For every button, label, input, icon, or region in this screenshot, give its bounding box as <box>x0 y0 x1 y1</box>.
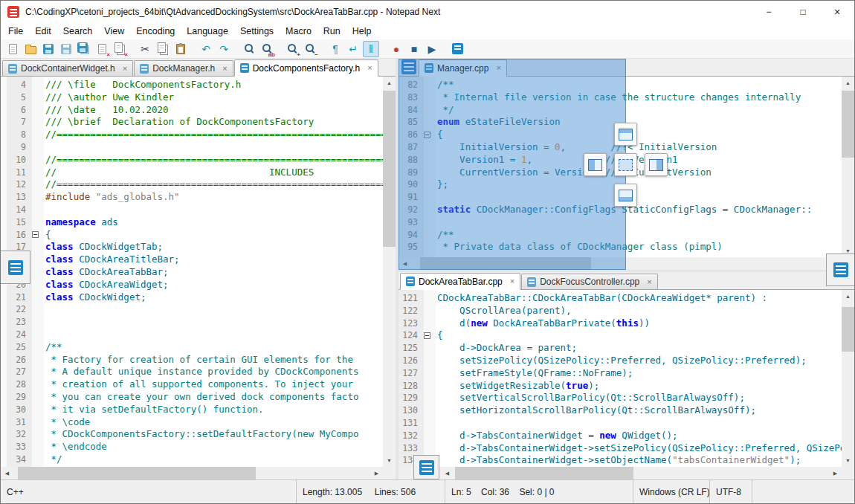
show-all-characters-button[interactable]: ¶ <box>327 41 343 57</box>
code-line[interactable]: 18class CDockAreaTitleBar; <box>7 253 383 266</box>
left-horizontal-scrollbar[interactable]: ◀ ▶ <box>1 467 383 479</box>
save-copy-button[interactable] <box>58 41 74 57</box>
scroll-up-arrow-icon[interactable]: ▲ <box>842 290 854 303</box>
menu-item-edit[interactable]: Edit <box>29 23 57 39</box>
bottom-right-horizontal-scrollbar[interactable]: ◀ ▶ <box>441 467 842 479</box>
top-right-vertical-scrollbar[interactable]: ▲ ▼ <box>842 77 854 257</box>
tab-close-icon[interactable]: × <box>510 277 514 285</box>
code-line[interactable]: 123 d(new DockAreaTabBarPrivate(this)) <box>399 317 842 330</box>
scroll-thumb[interactable] <box>842 307 854 352</box>
scroll-up-arrow-icon[interactable]: ▲ <box>383 77 396 89</box>
code-line[interactable]: 30 * it via setDefaultFactory() function… <box>7 404 383 416</box>
scroll-right-arrow-icon[interactable]: ▶ <box>370 467 383 479</box>
code-line[interactable]: 24 <box>7 329 383 341</box>
code-line[interactable]: 21class CDockWidget; <box>7 291 383 304</box>
cut-button[interactable]: ✂ <box>137 41 153 57</box>
scroll-down-arrow-icon[interactable]: ▼ <box>383 454 396 467</box>
code-line[interactable]: 126 setSizePolicy(QSizePolicy::Preferred… <box>399 355 842 367</box>
code-line[interactable]: 26 * Factory for creation of certain GUI… <box>7 354 383 366</box>
code-line[interactable]: 134 d->TabsContainerWidget->setObjectNam… <box>399 454 842 467</box>
play-macro-button[interactable]: ▶ <box>424 41 440 57</box>
paste-button[interactable] <box>172 41 189 57</box>
code-line[interactable]: 12//====================================… <box>7 178 383 191</box>
replace-button[interactable]: ab <box>259 41 275 57</box>
code-line[interactable]: 127 setFrameStyle(QFrame::NoFrame); <box>399 367 842 380</box>
word-wrap-button[interactable]: ↵ <box>345 41 361 57</box>
scroll-thumb[interactable] <box>18 467 256 479</box>
dock-indicator-top[interactable] <box>614 123 637 146</box>
code-line[interactable]: 28 * creation of all supported component… <box>7 378 383 391</box>
code-line[interactable]: 27 * A default unique instance provided … <box>7 366 383 378</box>
code-line[interactable]: 22 <box>7 303 383 316</box>
maximize-button[interactable]: □ <box>786 1 820 23</box>
zoom-out-button[interactable]: − <box>302 41 318 57</box>
code-line[interactable]: 7/// \brief Declaration of DockComponent… <box>7 116 383 129</box>
tab-dockareatabbar-cpp[interactable]: DockAreaTabBar.cpp × <box>400 273 520 290</box>
dock-panel-button[interactable] <box>449 41 465 57</box>
code-line[interactable]: 8//=====================================… <box>7 129 383 141</box>
code-line[interactable]: 5/// \author Uwe Kindler <box>7 91 383 104</box>
left-vertical-scrollbar[interactable]: ▲ ▼ <box>383 77 396 467</box>
code-line[interactable]: 131 <box>399 417 842 430</box>
fold-margin[interactable] <box>29 229 41 242</box>
scroll-track[interactable] <box>842 303 854 454</box>
menu-item-file[interactable]: File <box>2 23 29 39</box>
dock-indicator-bottom[interactable] <box>614 184 637 207</box>
menu-item-settings[interactable]: Settings <box>234 23 280 39</box>
code-line[interactable]: 6/// \date 10.02.2020 <box>7 104 383 117</box>
close-file-button[interactable]: × <box>94 41 110 57</box>
code-line[interactable]: 122 QScrollArea(parent), <box>399 305 842 317</box>
code-line[interactable]: 19class CDockAreaTabBar; <box>7 266 383 279</box>
save-all-button[interactable] <box>76 41 92 57</box>
dock-indicator-left[interactable] <box>584 153 607 176</box>
menu-item-search[interactable]: Search <box>57 23 99 39</box>
fold-collapse-icon[interactable] <box>32 231 39 238</box>
find-button[interactable] <box>241 41 257 57</box>
autohide-tab-bottom[interactable] <box>413 455 439 479</box>
menu-item-encoding[interactable]: Encoding <box>130 23 181 39</box>
scroll-left-arrow-icon[interactable]: ◀ <box>1 467 13 479</box>
open-file-button[interactable] <box>22 41 39 57</box>
code-line[interactable]: 14 <box>7 204 383 216</box>
scroll-track[interactable] <box>13 467 370 479</box>
record-macro-button[interactable]: ● <box>388 41 404 57</box>
tab-dockcomponentsfactory-h[interactable]: DockComponentsFactory.h × <box>234 59 378 77</box>
code-line[interactable]: 132 d->TabsContainerWidget = new QWidget… <box>399 430 842 442</box>
menu-item-macro[interactable]: Macro <box>280 23 317 39</box>
code-line[interactable]: 31 * \code <box>7 416 383 429</box>
zoom-in-button[interactable]: + <box>284 41 300 57</box>
editor-dockcomponentsfactory[interactable]: 4/// \file DockComponentsFactory.h5/// \… <box>7 77 383 467</box>
code-line[interactable]: 125 d->DockArea = parent; <box>399 342 842 355</box>
dock-indicator-right[interactable] <box>645 153 668 176</box>
autohide-tab-left[interactable] <box>1 251 30 284</box>
scroll-thumb[interactable] <box>455 467 633 479</box>
bottom-right-vertical-scrollbar[interactable]: ▲ ▼ <box>842 290 854 467</box>
copy-button[interactable] <box>155 41 171 57</box>
menu-item-language[interactable]: Language <box>181 23 234 39</box>
scroll-thumb[interactable] <box>842 91 854 158</box>
menu-item-help[interactable]: Help <box>346 23 378 39</box>
tab-close-icon[interactable]: × <box>367 64 372 72</box>
menu-item-run[interactable]: Run <box>317 23 346 39</box>
scroll-track[interactable] <box>842 89 854 245</box>
editor-dockareatabbar[interactable]: 121CDockAreaTabBar::CDockAreaTabBar(CDoc… <box>399 290 842 467</box>
indent-guide-button[interactable]: ‖ <box>363 41 379 57</box>
code-line[interactable]: 16{ <box>7 229 383 242</box>
close-all-button[interactable]: × <box>112 41 128 57</box>
scroll-up-arrow-icon[interactable]: ▲ <box>842 77 854 89</box>
code-line[interactable]: 32 * CDockComponentsFactory::setDefaultF… <box>7 428 383 441</box>
tab-dockcontainerwidget-h[interactable]: DockContainerWidget.h × <box>2 60 133 76</box>
code-line[interactable]: 15namespace ads <box>7 216 383 229</box>
fold-collapse-icon[interactable] <box>424 332 430 339</box>
code-line[interactable]: 17class CDockWidgetTab; <box>7 241 383 253</box>
scroll-thumb[interactable] <box>383 91 396 247</box>
new-file-button[interactable] <box>4 41 21 57</box>
code-line[interactable]: 133 d->TabsContainerWidget->setSizePolic… <box>399 442 842 455</box>
code-line[interactable]: 33 * \endcode <box>7 441 383 453</box>
close-button[interactable]: × <box>820 1 854 23</box>
code-line[interactable]: 34 */ <box>7 453 383 466</box>
code-line[interactable]: 25/** <box>7 341 383 354</box>
code-line[interactable]: 35class ADS_EXPORT CDockComponentsFactor… <box>7 466 383 467</box>
minimize-button[interactable]: − <box>752 1 786 23</box>
code-line[interactable]: 10//====================================… <box>7 154 383 167</box>
